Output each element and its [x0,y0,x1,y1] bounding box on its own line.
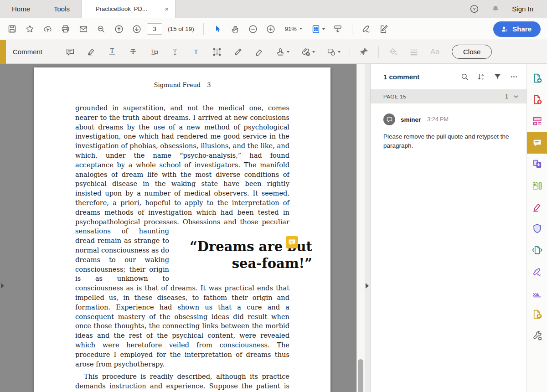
zoom-value: 91% [285,26,297,32]
left-panel-expand-handle[interactable] [1,283,4,289]
paragraph-text: grounded in superstition, and not the me… [75,104,289,226]
collapse-toolbar-icon[interactable] [330,22,346,36]
share-button[interactable]: Share [493,21,541,37]
request-signatures-icon[interactable] [527,282,547,304]
search-comments-icon[interactable] [460,72,469,81]
tab-home-label: Home [12,5,30,13]
close-comment-toolbar-button[interactable]: Close [452,45,492,59]
notifications-bell-icon[interactable] [491,5,500,14]
tab-tools[interactable]: Tools [42,0,82,18]
add-text-icon[interactable]: T [188,44,204,60]
send-for-comments-icon[interactable] [527,304,547,325]
eraser-icon[interactable] [251,44,267,60]
replace-text-icon[interactable]: T [146,44,162,60]
search-icon[interactable] [93,22,108,36]
line-thickness-icon[interactable] [406,44,422,60]
protect-icon[interactable] [527,218,547,239]
star-icon[interactable] [22,22,37,36]
page-header-number: 3 [207,82,211,88]
toolbar-divider [203,23,204,35]
page-header-text: Sigmund Freud [154,82,201,88]
create-pdf-icon[interactable] [527,89,547,110]
shapes-icon[interactable] [323,44,343,60]
zoom-level-dropdown[interactable]: 91% [283,24,304,34]
sign-pen-icon[interactable] [359,22,374,36]
page-number-input[interactable] [147,23,162,35]
comments-panel: 1 comment AZ PAGE 15 1 smi [370,64,526,392]
help-icon[interactable]: ? [470,4,479,14]
sign-in-button[interactable]: Sign In [512,5,533,13]
svg-text:T: T [194,47,198,55]
svg-text:T: T [216,49,218,54]
svg-text:A: A [481,72,484,77]
comment-mode-accent-strip [0,40,6,64]
toolbar-divider [352,23,352,35]
previous-page-icon[interactable] [111,22,126,36]
zoom-out-icon[interactable] [246,22,261,36]
document-viewport[interactable]: Sigmund Freud3 grounded in superstition,… [0,64,370,392]
draw-icon[interactable] [230,44,246,60]
compress-pdf-icon[interactable] [527,239,547,261]
document-scrollbar-track[interactable] [356,64,365,392]
text-style-label: Aa [430,48,439,56]
page-running-header: Sigmund Freud3 [75,82,289,88]
pull-quote-line2: sea-foam!” [175,255,312,272]
chevron-down-icon[interactable] [513,93,519,100]
fit-page-icon[interactable] [309,22,328,36]
more-tools-icon[interactable] [527,325,547,346]
tab-home[interactable]: Home [0,0,42,18]
hand-tool-icon[interactable] [228,22,243,36]
sticky-note-annotation[interactable] [286,236,298,248]
svg-text:T: T [151,48,155,54]
fill-color-icon[interactable] [385,44,401,60]
stamp-icon[interactable] [272,44,292,60]
comments-panel-collapse-strip[interactable] [365,64,370,392]
text-style-icon[interactable]: Aa [427,44,443,60]
fill-and-sign-icon[interactable] [527,261,547,282]
export-pdf-icon[interactable] [527,67,547,89]
attach-file-icon[interactable] [298,44,318,60]
comments-panel-collapse-handle[interactable] [366,283,369,289]
body-paragraph-2: This procedure is readily described, alt… [75,372,289,392]
sort-comments-icon[interactable]: AZ [477,72,485,81]
cloud-upload-icon[interactable] [40,22,55,36]
zoom-in-icon[interactable] [263,22,279,36]
tab-document[interactable]: PracticeBook_PD... × [82,0,175,18]
chevron-down-icon [322,28,325,30]
svg-text:Z: Z [481,77,484,81]
insert-text-icon[interactable]: T [167,44,183,60]
comment-toolbar-divider [350,46,350,58]
comments-count-label: 1 comment [383,73,419,81]
underline-text-icon[interactable]: T [104,44,120,60]
comment-text: Please remove the pull quote and retypse… [383,132,515,150]
comment-bubble-icon [386,116,393,123]
sticky-note-icon[interactable] [62,44,78,60]
close-tab-icon[interactable]: × [164,5,170,13]
select-tool-icon[interactable] [210,22,225,36]
organize-pages-icon[interactable] [527,175,547,196]
share-person-icon [501,25,509,33]
main-toolbar: (15 of 19) 91% Share [0,18,547,40]
highlight-icon[interactable] [83,44,99,60]
filter-comments-icon[interactable] [493,72,502,81]
chevron-down-icon [312,51,315,53]
fill-sign-icon[interactable] [377,22,392,36]
document-scrollbar-thumb[interactable] [358,359,363,392]
next-page-icon[interactable] [129,22,144,36]
svg-text:?: ? [473,6,476,11]
page-content: Sigmund Freud3 grounded in superstition,… [75,67,289,392]
save-icon[interactable] [5,22,20,36]
page-group-label: PAGE 15 [383,94,406,99]
combine-files-icon[interactable] [527,154,547,175]
more-options-icon[interactable] [510,72,518,81]
strikethrough-text-icon[interactable]: T [125,44,141,60]
redact-icon[interactable] [527,196,547,218]
email-icon[interactable] [76,22,91,36]
comment-item[interactable]: sminer 3:24 PM Please remove the pull qu… [371,103,526,150]
text-box-icon[interactable]: T [209,44,225,60]
print-icon[interactable] [58,22,73,36]
comment-icon[interactable] [527,132,547,154]
page-group-header[interactable]: PAGE 15 1 [371,89,526,103]
edit-pdf-icon[interactable] [527,110,547,132]
pin-icon[interactable] [356,44,372,60]
